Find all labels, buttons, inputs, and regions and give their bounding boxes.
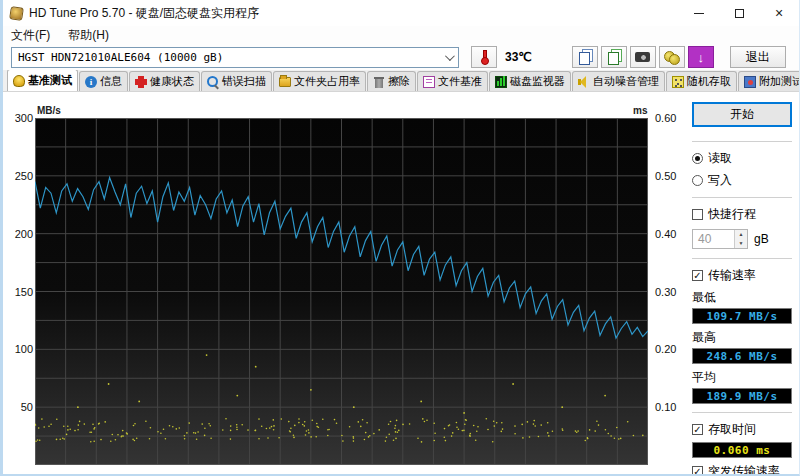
tab-bar: 基准测试信息健康状态错误扫描文件夹占用率擦除文件基准磁盘监视器自动噪音管理随机存… [3, 70, 799, 92]
tab-label: 文件夹占用率 [294, 74, 360, 89]
short-stroke-size-input[interactable]: 40 ▲ ▼ [692, 229, 748, 249]
write-radio[interactable] [692, 175, 703, 186]
erase-icon [373, 76, 385, 88]
copy-image-button[interactable] [601, 46, 627, 68]
access-time-row[interactable]: 存取时间 [692, 421, 792, 438]
right-axis-tick: 0.30 [655, 286, 676, 298]
spinner-up-icon[interactable]: ▲ [735, 230, 747, 239]
copy-text-button[interactable] [572, 46, 598, 68]
right-axis-tick: 0.10 [655, 401, 676, 413]
tab-health[interactable]: 健康状态 [129, 71, 200, 91]
chevron-down-icon [445, 51, 455, 61]
left-axis-unit-label: MB/s [37, 105, 61, 116]
tab-label: 自动噪音管理 [593, 74, 659, 89]
menu-bar: 文件(F) 帮助(H) [3, 26, 799, 44]
error-scan-icon [207, 76, 219, 88]
tab-benchmark[interactable]: 基准测试 [7, 70, 78, 91]
tab-label: 健康状态 [150, 74, 194, 89]
tab-aam[interactable]: 自动噪音管理 [572, 71, 665, 91]
tab-disk-monitor[interactable]: 磁盘监视器 [489, 71, 571, 91]
benchmark-plot [35, 118, 648, 465]
title-bar: HD Tune Pro 5.70 - 硬盘/固态硬盘实用程序 × [3, 0, 799, 26]
avg-label: 平均 [692, 369, 792, 386]
separator [692, 412, 792, 413]
spinner-buttons[interactable]: ▲ ▼ [734, 230, 747, 248]
tab-label: 文件基准 [438, 74, 482, 89]
left-axis-tick: 150 [3, 286, 33, 298]
tab-label: 基准测试 [28, 73, 72, 88]
info-icon [85, 76, 97, 88]
spinner-down-icon[interactable]: ▼ [735, 239, 747, 248]
update-download-button[interactable]: ↓ [688, 46, 714, 68]
read-radio-row[interactable]: 读取 [692, 150, 792, 167]
short-stroke-checkbox[interactable] [692, 209, 703, 220]
benchmark-chart-region: MB/s ms 30025020015010050 0.600.500.400.… [3, 92, 690, 476]
copy-pages-blue-icon [579, 52, 590, 65]
left-axis-tick: 250 [3, 170, 33, 182]
tab-info[interactable]: 信息 [79, 71, 128, 91]
file-benchmark-icon [423, 76, 435, 88]
temperature-button[interactable] [471, 46, 497, 68]
menu-help[interactable]: 帮助(H) [68, 27, 109, 44]
random-access-icon [672, 76, 684, 88]
health-icon [135, 76, 147, 88]
access-time-checkbox[interactable] [692, 424, 703, 435]
side-panel: 开始 读取 写入 快捷行程 40 ▲ ▼ [690, 92, 800, 476]
save-results-button[interactable] [659, 46, 685, 68]
toolbar-icon-buttons: ↓ [572, 46, 714, 68]
transfer-rate-checkbox[interactable] [692, 270, 703, 281]
tab-error-scan[interactable]: 错误扫描 [201, 71, 272, 91]
minimize-button[interactable] [679, 0, 719, 26]
left-axis-tick: 100 [3, 343, 33, 355]
app-logo-icon [9, 6, 24, 21]
tab-label: 随机存取 [687, 74, 731, 89]
tab-label: 擦除 [388, 74, 410, 89]
copy-pages-green-icon [608, 52, 619, 65]
benchmark-icon [13, 75, 25, 87]
burst-rate-row[interactable]: 突发传输速率 [692, 463, 792, 476]
right-axis-tick: 0.20 [655, 343, 676, 355]
folder-usage-icon [279, 77, 291, 87]
right-axis-tick: 0.60 [655, 112, 676, 124]
menu-file[interactable]: 文件(F) [11, 27, 50, 44]
right-axis-unit-label: ms [633, 105, 647, 116]
separator [692, 141, 792, 142]
write-radio-label: 写入 [708, 172, 732, 189]
min-speed-value: 109.7 MB/s [706, 310, 777, 323]
coins-icon [664, 51, 679, 63]
tab-folder-usage[interactable]: 文件夹占用率 [273, 71, 366, 91]
screenshot-button[interactable] [630, 46, 656, 68]
tab-label: 磁盘监视器 [510, 74, 565, 89]
tab-extra-tests[interactable]: 附加测试 [738, 71, 799, 91]
close-button[interactable]: × [759, 0, 799, 26]
maximize-button[interactable] [719, 0, 759, 26]
tab-file-benchmark[interactable]: 文件基准 [417, 71, 488, 91]
drive-select[interactable]: HGST HDN721010ALE604 (10000 gB) [11, 47, 459, 68]
camera-icon [635, 52, 650, 62]
tab-label: 信息 [100, 74, 122, 89]
max-label: 最高 [692, 329, 792, 346]
short-stroke-size-value: 40 [693, 232, 734, 246]
access-time-label: 存取时间 [708, 421, 756, 438]
left-axis-tick: 50 [3, 401, 33, 413]
extra-tests-icon [744, 76, 756, 88]
max-speed-display: 248.6 MB/s [692, 348, 792, 364]
aam-icon [578, 76, 590, 88]
temperature-value: 33℃ [505, 50, 532, 64]
write-radio-row[interactable]: 写入 [692, 172, 792, 189]
tab-erase[interactable]: 擦除 [367, 71, 416, 91]
burst-rate-label: 突发传输速率 [708, 463, 780, 476]
read-radio-label: 读取 [708, 150, 732, 167]
short-stroke-row[interactable]: 快捷行程 [692, 206, 792, 223]
exit-button[interactable]: 退出 [730, 46, 786, 68]
maximize-icon [735, 9, 744, 18]
transfer-rate-row[interactable]: 传输速率 [692, 267, 792, 284]
tab-random-access[interactable]: 随机存取 [666, 71, 737, 91]
tab-label: 错误扫描 [222, 74, 266, 89]
burst-rate-checkbox[interactable] [692, 466, 703, 476]
start-button[interactable]: 开始 [692, 102, 792, 127]
read-radio[interactable] [692, 153, 703, 164]
separator [692, 197, 792, 198]
download-arrow-icon: ↓ [698, 51, 705, 64]
min-speed-display: 109.7 MB/s [692, 308, 792, 324]
